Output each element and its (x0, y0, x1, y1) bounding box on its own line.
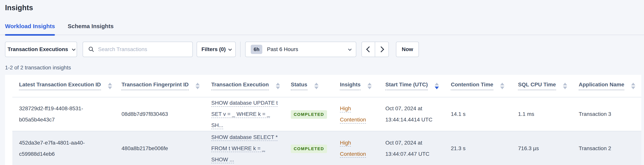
sort-icon[interactable] (276, 83, 280, 89)
sort-icon[interactable] (500, 83, 504, 89)
chevron-left-icon (366, 46, 372, 52)
results-summary: 1-2 of 2 transaction insights (0, 64, 644, 71)
tab-schema-insights[interactable]: Schema Insights (68, 23, 114, 35)
execution-type-label: Transaction Executions (8, 46, 68, 52)
column-header-contention-time: Contention Time (443, 75, 510, 97)
time-prev-button[interactable] (362, 42, 375, 57)
status-cell: COMPLETED (283, 131, 332, 165)
transaction-insights-table: Latest Transaction Execution ID Transact… (12, 75, 641, 165)
column-header-latest-transaction-execution-id: Latest Transaction Execution ID (12, 75, 114, 97)
page-header: Insights (0, 0, 644, 12)
high-contention-link[interactable]: High Contention (340, 137, 374, 159)
latest-execution-id-cell: 452da3e7-e7fa-4801-aa40-c59988d14eb6 (12, 131, 114, 165)
column-header-transaction-fingerprint-id: Transaction Fingerprint ID (114, 75, 204, 97)
search-box[interactable] (82, 42, 193, 57)
page-title: Insights (5, 3, 639, 12)
chevron-down-icon (228, 47, 232, 51)
insights-table-card: Latest Transaction Execution ID Transact… (5, 75, 641, 165)
contention-time-cell: 14.1 s (443, 97, 510, 131)
tab-bar: Workload Insights Schema Insights (0, 23, 644, 35)
transaction-execution-link[interactable]: SHOW database SELECT * FROM t WHERE k = … (211, 134, 278, 162)
sort-icon[interactable] (314, 83, 318, 89)
application-name-cell: Transaction 3 (571, 97, 641, 131)
now-label: Now (402, 46, 413, 52)
column-header-application-name: Application Name (571, 75, 641, 97)
sql-cpu-time-cell: 716.3 µs (510, 131, 571, 165)
sort-icon-active[interactable] (435, 83, 439, 89)
sql-cpu-time-cell: 1.1 ms (510, 97, 571, 131)
chevron-right-icon (378, 46, 384, 52)
search-icon (88, 46, 94, 53)
column-header-sql-cpu-time: SQL CPU Time (510, 75, 571, 97)
table-row: 328729d2-ff19-4408-8531-b05a5b4e43c7 08d… (12, 97, 641, 131)
table-header-row: Latest Transaction Execution ID Transact… (12, 75, 641, 97)
status-badge: COMPLETED (291, 144, 327, 153)
sort-icon[interactable] (368, 83, 372, 89)
application-name-cell: Transaction 2 (571, 131, 641, 165)
sort-icon[interactable] (563, 83, 567, 89)
search-input[interactable] (98, 46, 188, 52)
table-row: 452da3e7-e7fa-4801-aa40-c59988d14eb6 480… (12, 131, 641, 165)
column-header-transaction-execution: Transaction Execution (204, 75, 283, 97)
fingerprint-id-cell: 08d8b7d97f830463 (114, 97, 204, 131)
filters-label: Filters (0) (202, 46, 226, 52)
time-range-picker[interactable]: 6h Past 6 Hours (245, 42, 356, 57)
contention-time-cell: 21.3 s (443, 131, 510, 165)
filters-dropdown[interactable]: Filters (0) (197, 42, 236, 57)
toolbar-divider (240, 42, 240, 57)
insights-cell: High Contention (332, 97, 378, 131)
tab-workload-insights[interactable]: Workload Insights (5, 23, 55, 35)
time-range-label: Past 6 Hours (267, 46, 298, 52)
sort-icon[interactable] (108, 83, 112, 89)
column-header-start-time: Start Time (UTC) (378, 75, 443, 97)
high-contention-link[interactable]: High Contention (340, 103, 374, 125)
chevron-down-icon (72, 47, 75, 51)
sort-icon[interactable] (196, 83, 200, 89)
start-time-cell: Oct 07, 2024 at 13:44:07.447 UTC (378, 131, 443, 165)
status-badge: COMPLETED (291, 110, 327, 119)
transaction-execution-cell: SHOW database UPDATE t SET v = _ WHERE k… (204, 97, 283, 131)
transaction-execution-link[interactable]: SHOW database UPDATE t SET v = _ WHERE k… (211, 100, 278, 128)
latest-execution-id-cell: 328729d2-ff19-4408-8531-b05a5b4e43c7 (12, 97, 114, 131)
insights-cell: High Contention (332, 131, 378, 165)
now-button[interactable]: Now (396, 42, 419, 57)
time-range-badge: 6h (251, 45, 262, 54)
sort-icon[interactable] (631, 83, 635, 89)
start-time-cell: Oct 07, 2024 at 13:44:14.4414 UTC (378, 97, 443, 131)
toolbar: Transaction Executions Filters (0) 6h Pa… (0, 42, 644, 57)
fingerprint-id-cell: 480a8b217be006fe (114, 131, 204, 165)
time-nav-group (362, 42, 389, 57)
column-header-status: Status (283, 75, 332, 97)
execution-type-dropdown[interactable]: Transaction Executions (5, 42, 77, 57)
status-cell: COMPLETED (283, 97, 332, 131)
column-header-insights: Insights (332, 75, 378, 97)
chevron-down-icon (348, 47, 352, 51)
transaction-execution-cell: SHOW database SELECT * FROM t WHERE k = … (204, 131, 283, 165)
time-next-button[interactable] (375, 42, 388, 57)
insights-page: Insights Workload Insights Schema Insigh… (0, 0, 644, 165)
